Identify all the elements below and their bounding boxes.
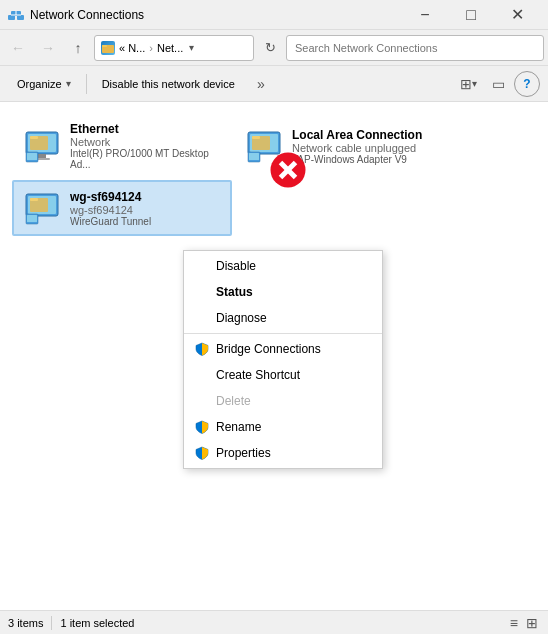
help-button[interactable]: ? <box>514 71 540 97</box>
diagnose-icon <box>194 310 210 326</box>
shortcut-icon <box>194 367 210 383</box>
ctx-rename[interactable]: Rename <box>184 414 382 440</box>
title-controls: − □ ✕ <box>402 0 540 30</box>
svg-rect-9 <box>38 154 46 158</box>
pane-icon: ▭ <box>492 76 505 92</box>
svg-rect-18 <box>252 136 260 139</box>
view-chevron: ▾ <box>472 78 477 89</box>
wireguard-adapter: WireGuard Tunnel <box>70 216 151 227</box>
ctx-bridge[interactable]: Bridge Connections <box>184 336 382 362</box>
local-area-name: Local Area Connection <box>292 128 422 142</box>
list-item[interactable]: wg-sf694124 wg-sf694124 WireGuard Tunnel <box>12 180 232 236</box>
minimize-button[interactable]: − <box>402 0 448 30</box>
status-right: ≡ ⊞ <box>508 613 540 633</box>
address-bar: ← → ↑ « N... › Net... ▾ ↻ <box>0 30 548 66</box>
ctx-status[interactable]: Status <box>184 279 382 305</box>
status-vertical-separator <box>51 616 52 630</box>
list-view-button[interactable]: ≡ <box>508 613 520 633</box>
svg-rect-6 <box>102 45 107 47</box>
address-folder-icon <box>101 41 115 55</box>
svg-rect-29 <box>27 215 37 222</box>
ctx-shortcut[interactable]: Create Shortcut <box>184 362 382 388</box>
view-options-button[interactable]: ⊞ ▾ <box>454 71 482 97</box>
disable-device-label: Disable this network device <box>102 78 235 90</box>
window-icon <box>8 7 24 23</box>
rename-shield-icon <box>194 419 210 435</box>
delete-icon <box>194 393 210 409</box>
status-left: 3 items 1 item selected <box>8 616 134 630</box>
bridge-shield-icon <box>194 341 210 357</box>
list-item[interactable]: Local Area Connection Network cable unpl… <box>234 114 454 178</box>
disable-device-button[interactable]: Disable this network device <box>93 71 244 97</box>
organize-chevron: ▾ <box>66 78 71 89</box>
ctx-status-label: Status <box>216 285 253 299</box>
toolbar-separator <box>86 74 87 94</box>
close-button[interactable]: ✕ <box>494 0 540 30</box>
forward-button[interactable]: → <box>34 34 62 62</box>
organize-label: Organize <box>17 78 62 90</box>
title-bar-left: Network Connections <box>8 7 144 23</box>
address-part2: Net... <box>157 42 183 54</box>
search-input[interactable] <box>286 35 544 61</box>
local-area-adapter: TAP-Windows Adapter V9 <box>292 154 422 165</box>
ctx-properties-label: Properties <box>216 446 271 460</box>
address-chevron-button[interactable]: ▾ <box>187 42 196 53</box>
disconnected-badge <box>268 150 284 166</box>
ctx-diagnose[interactable]: Diagnose <box>184 305 382 331</box>
wireguard-name: wg-sf694124 <box>70 190 151 204</box>
ctx-separator-1 <box>184 333 382 334</box>
pane-button[interactable]: ▭ <box>484 71 512 97</box>
ctx-bridge-label: Bridge Connections <box>216 342 321 356</box>
address-part1: « N... <box>119 42 145 54</box>
ctx-delete-label: Delete <box>216 394 251 408</box>
view-icon: ⊞ <box>460 76 472 92</box>
tile-view-button[interactable]: ⊞ <box>524 613 540 633</box>
up-button[interactable]: ↑ <box>64 34 92 62</box>
svg-rect-20 <box>249 153 259 160</box>
selected-text: 1 item selected <box>60 617 134 629</box>
local-area-info: Local Area Connection Network cable unpl… <box>292 128 422 165</box>
item-count: 3 items <box>8 617 43 629</box>
local-area-icon <box>244 126 284 166</box>
ethernet-type: Network <box>70 136 222 148</box>
ethernet-icon <box>22 126 62 166</box>
ctx-delete: Delete <box>184 388 382 414</box>
refresh-button[interactable]: ↻ <box>256 34 284 62</box>
items-grid: Ethernet Network Intel(R) PRO/1000 MT De… <box>8 110 540 240</box>
ctx-diagnose-label: Diagnose <box>216 311 267 325</box>
svg-rect-12 <box>30 136 38 139</box>
wireguard-info: wg-sf694124 wg-sf694124 WireGuard Tunnel <box>70 190 151 227</box>
ethernet-adapter: Intel(R) PRO/1000 MT Desktop Ad... <box>70 148 222 170</box>
more-options-button[interactable]: » <box>248 71 274 97</box>
svg-rect-27 <box>30 198 38 201</box>
disable-icon <box>194 258 210 274</box>
window-title: Network Connections <box>30 8 144 22</box>
toolbar-right: ⊞ ▾ ▭ ? <box>454 71 540 97</box>
toolbar: Organize ▾ Disable this network device »… <box>0 66 548 102</box>
content-area: Ethernet Network Intel(R) PRO/1000 MT De… <box>0 102 548 610</box>
svg-rect-14 <box>27 153 37 160</box>
address-separator: › <box>149 42 153 54</box>
ethernet-name: Ethernet <box>70 122 222 136</box>
organize-button[interactable]: Organize ▾ <box>8 71 80 97</box>
list-item[interactable]: Ethernet Network Intel(R) PRO/1000 MT De… <box>12 114 232 178</box>
title-bar: Network Connections − □ ✕ <box>0 0 548 30</box>
ctx-shortcut-label: Create Shortcut <box>216 368 300 382</box>
local-area-type: Network cable unplugged <box>292 142 422 154</box>
maximize-button[interactable]: □ <box>448 0 494 30</box>
ctx-disable-label: Disable <box>216 259 256 273</box>
status-icon <box>194 284 210 300</box>
wireguard-icon <box>22 188 62 228</box>
ethernet-info: Ethernet Network Intel(R) PRO/1000 MT De… <box>70 122 222 170</box>
status-bar: 3 items 1 item selected ≡ ⊞ <box>0 610 548 634</box>
ctx-rename-label: Rename <box>216 420 261 434</box>
properties-shield-icon <box>194 445 210 461</box>
wireguard-type: wg-sf694124 <box>70 204 151 216</box>
context-menu: Disable Status Diagnose Bridge Connectio… <box>183 250 383 469</box>
address-box[interactable]: « N... › Net... ▾ <box>94 35 254 61</box>
ctx-properties[interactable]: Properties <box>184 440 382 466</box>
ctx-disable[interactable]: Disable <box>184 253 382 279</box>
back-button[interactable]: ← <box>4 34 32 62</box>
